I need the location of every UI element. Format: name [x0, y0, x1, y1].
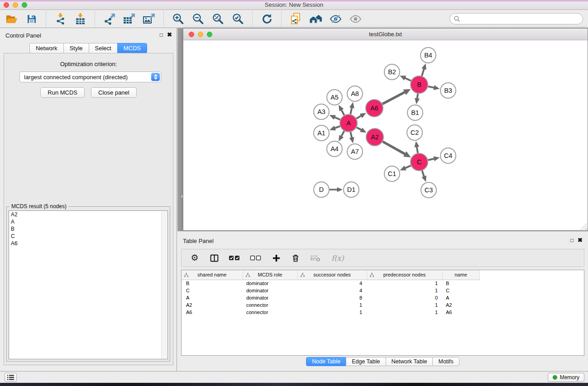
export-network-button[interactable] [102, 12, 116, 26]
graph-edge-A-A2[interactable] [357, 127, 367, 133]
graph-node-A6[interactable]: A6 [366, 100, 383, 117]
graph-node-C[interactable]: C [411, 153, 428, 171]
tab-select[interactable]: Select [89, 43, 118, 53]
table-cell-mcds-role[interactable]: connector [243, 301, 297, 309]
graph-edge-C-C1[interactable] [400, 166, 411, 170]
graph-node-A8[interactable]: A8 [347, 86, 363, 101]
graph-edge-A-A7[interactable] [349, 132, 354, 143]
table-cell-successor-nodes[interactable]: 4 [297, 280, 367, 287]
export-image-button[interactable] [142, 12, 156, 26]
graph-node-C2[interactable]: C2 [407, 125, 422, 140]
select-all-columns-button[interactable] [228, 252, 241, 264]
zoom-out-button[interactable] [191, 12, 205, 26]
table-settings-button[interactable]: ⚙ [189, 252, 201, 264]
graph-edge-A2-C[interactable] [382, 142, 411, 157]
column-view-button[interactable] [208, 252, 220, 264]
table-row[interactable]: Adominator80A [182, 294, 584, 301]
graph-node-A5[interactable]: A5 [327, 90, 342, 105]
table-cell-name[interactable]: C [442, 287, 479, 294]
graph-edge-A-A8[interactable] [349, 102, 354, 114]
table-cell-successor-nodes[interactable]: 1 [297, 301, 367, 309]
tab-mcds[interactable]: MCDS [117, 43, 147, 53]
first-neighbors-button[interactable] [309, 12, 323, 26]
show-all-button[interactable] [349, 12, 363, 26]
graph-node-C4[interactable]: C4 [440, 148, 456, 163]
close-panel-icon[interactable]: ✖ [578, 237, 583, 243]
graph-node-A4[interactable]: A4 [327, 141, 342, 157]
mcds-result-list[interactable]: A2ABCA6 [9, 210, 168, 359]
zoom-network-button[interactable] [207, 32, 212, 37]
table-cell-mcds-role[interactable]: dominator [243, 280, 297, 287]
table-tab-edge-table[interactable]: Edge Table [346, 357, 386, 366]
table-cell-successor-nodes[interactable]: 4 [297, 287, 367, 294]
table-cell-mcds-role[interactable]: dominator [243, 294, 297, 301]
column-header-successor-nodes[interactable]: successor nodes [297, 270, 367, 280]
table-cell-predecessor-nodes[interactable]: 1 [367, 301, 442, 309]
graph-node-C1[interactable]: C1 [384, 166, 400, 181]
graph-node-B1[interactable]: B1 [407, 105, 423, 120]
table-cell-predecessor-nodes[interactable]: 0 [367, 294, 442, 301]
close-network-button[interactable] [189, 32, 194, 37]
table-cell-name[interactable]: A6 [442, 309, 479, 316]
minimize-network-button[interactable] [198, 32, 203, 37]
graph-node-D1[interactable]: D1 [344, 182, 359, 197]
graph-node-B3[interactable]: B3 [440, 83, 456, 98]
zoom-window-button[interactable] [22, 2, 27, 8]
graph-edge-A-A3[interactable] [330, 115, 340, 119]
tab-network[interactable]: Network [29, 43, 64, 53]
deselect-all-columns-button[interactable] [249, 252, 263, 264]
graph-edge-A-A5[interactable] [339, 105, 344, 115]
mcds-result-item[interactable]: A6 [9, 240, 167, 247]
import-table-button[interactable] [73, 12, 87, 26]
graph-node-A2[interactable]: A2 [366, 129, 383, 146]
hide-selected-button[interactable] [329, 12, 343, 26]
table-cell-name[interactable]: B [442, 280, 479, 287]
table-cell-shared-name[interactable]: A6 [182, 309, 243, 316]
table-cell-predecessor-nodes[interactable]: 1 [367, 309, 442, 316]
graph-node-C3[interactable]: C3 [421, 182, 436, 198]
save-session-button[interactable] [24, 12, 38, 26]
table-row[interactable]: Cdominator41C [182, 287, 584, 294]
column-header-predecessor-nodes[interactable]: predecessor nodes [367, 270, 442, 280]
mcds-result-item[interactable]: C [9, 233, 167, 240]
import-network-button[interactable] [53, 12, 67, 26]
table-cell-name[interactable]: A2 [442, 301, 479, 309]
float-panel-icon[interactable]: □ [570, 237, 574, 243]
graph-edge-C-C3[interactable] [421, 171, 426, 182]
float-panel-icon[interactable]: □ [160, 32, 163, 38]
new-network-from-selection-button[interactable] [289, 12, 303, 26]
column-header-name[interactable]: name [442, 270, 479, 280]
graph-edge-B-B3[interactable] [428, 85, 440, 90]
graph-node-B2[interactable]: B2 [384, 64, 400, 80]
memory-button[interactable]: Memory [548, 373, 584, 382]
graph-edge-B-B1[interactable] [415, 94, 420, 104]
apply-layout-button[interactable] [260, 12, 274, 26]
export-table-button[interactable] [122, 12, 136, 26]
table-tab-network-table[interactable]: Network Table [386, 357, 433, 366]
graph-edge-C-C4[interactable] [428, 156, 440, 161]
table-row[interactable]: Bdominator41B [182, 280, 584, 287]
table-cell-mcds-role[interactable]: connector [243, 309, 297, 316]
table-tab-node-table[interactable]: Node Table [306, 357, 346, 366]
table-cell-name[interactable]: A [442, 294, 479, 301]
zoom-selected-button[interactable] [231, 12, 245, 26]
table-cell-shared-name[interactable]: A [182, 294, 243, 301]
table-tab-motifs[interactable]: Motifs [432, 357, 459, 366]
task-history-button[interactable] [5, 373, 17, 382]
zoom-fit-button[interactable] [211, 12, 225, 26]
table-cell-shared-name[interactable]: B [182, 280, 243, 287]
graph-edge-A-A1[interactable] [330, 126, 340, 131]
minimize-window-button[interactable] [13, 2, 18, 8]
column-header-mcds-role[interactable]: MCDS role [243, 270, 297, 280]
list-scrollbar-track[interactable] [161, 211, 167, 358]
graph-node-A7[interactable]: A7 [347, 144, 363, 159]
table-cell-shared-name[interactable]: C [182, 287, 243, 294]
tab-style[interactable]: Style [63, 43, 89, 53]
table-cell-predecessor-nodes[interactable]: 1 [367, 287, 442, 294]
graph-edge-A-A4[interactable] [339, 131, 344, 142]
table-row[interactable]: A6connector11A6 [182, 309, 584, 316]
zoom-in-button[interactable] [171, 12, 185, 26]
graph-edge-B-B4[interactable] [421, 63, 426, 76]
table-row[interactable]: A2connector11A2 [182, 301, 584, 309]
delete-table-button[interactable] [309, 252, 322, 264]
